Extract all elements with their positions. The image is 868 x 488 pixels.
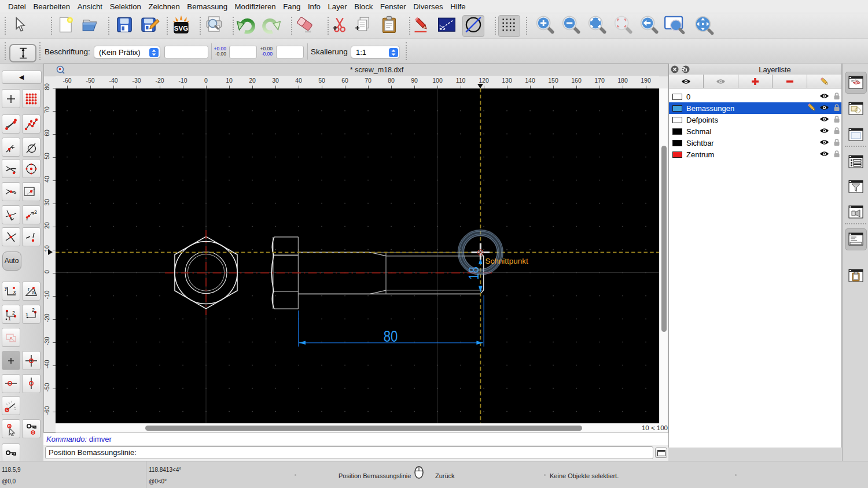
svg-text:1: 1 [8,316,11,321]
svg-text:x: x [13,289,16,295]
svg-text:Schnittpunkt: Schnittpunkt [486,257,529,265]
svg-text:SVG: SVG [174,25,188,32]
svg-text:y: y [5,285,8,291]
svg-text:a: a [32,290,35,295]
svg-text:1: 1 [25,312,28,317]
svg-text:2: 2 [32,308,35,313]
svg-text:r: r [28,286,30,292]
svg-text:2: 2 [34,209,37,215]
svg-text:80: 80 [384,327,398,345]
svg-text:2: 2 [12,310,15,316]
